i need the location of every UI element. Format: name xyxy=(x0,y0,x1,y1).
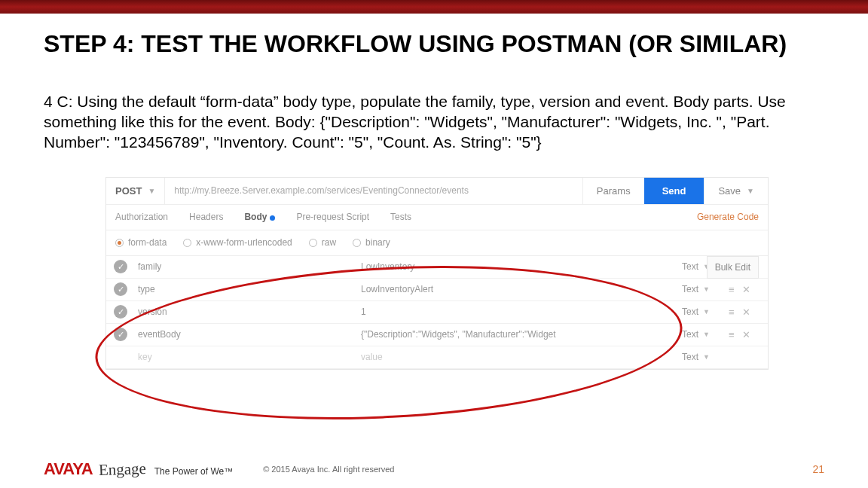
key-cell[interactable]: key xyxy=(135,352,361,362)
bulk-edit-button[interactable]: Bulk Edit xyxy=(707,256,759,279)
radio-label: x-www-form-urlencoded xyxy=(196,237,292,248)
radio-urlencoded[interactable]: x-www-form-urlencoded xyxy=(183,237,292,248)
drag-icon[interactable]: ≡ xyxy=(729,284,735,295)
send-button[interactable]: Send xyxy=(644,178,704,204)
table-row-empty: key value Text▼ xyxy=(106,346,768,369)
slide-content: STEP 4: TEST THE WORKFLOW USING POSTMAN … xyxy=(0,14,868,370)
chevron-down-icon: ▼ xyxy=(703,331,710,338)
request-bar: POST ▼ http://my.Breeze.Server.example.c… xyxy=(106,178,768,205)
key-cell[interactable]: version xyxy=(135,307,361,317)
header-bar xyxy=(0,0,868,14)
url-text: http://my.Breeze.Server.example.com/serv… xyxy=(174,185,469,196)
logos: AVAYA Engage The Power of We™ xyxy=(44,459,233,479)
key-cell[interactable]: type xyxy=(135,284,361,294)
chevron-down-icon: ▼ xyxy=(747,187,754,195)
copyright: © 2015 Avaya Inc. All right reserved xyxy=(263,465,394,474)
value-cell[interactable]: value xyxy=(361,352,682,362)
url-input[interactable]: http://my.Breeze.Server.example.com/serv… xyxy=(165,178,582,204)
type-selector[interactable]: Text▼ xyxy=(682,307,729,317)
value-cell[interactable]: {"Description":"Widgets", "Manufacturer"… xyxy=(361,329,682,340)
table-row: ✓ eventBody {"Description":"Widgets", "M… xyxy=(106,324,768,346)
params-button[interactable]: Params xyxy=(582,178,644,204)
check-icon[interactable]: ✓ xyxy=(114,305,127,319)
page-number: 21 xyxy=(812,463,824,475)
method-selector[interactable]: POST ▼ xyxy=(106,178,165,204)
radio-form-data[interactable]: form-data xyxy=(115,237,167,248)
tab-body-label: Body xyxy=(244,212,267,222)
type-selector[interactable]: Text▼ xyxy=(682,352,729,362)
form-data-grid: ✓ family LowInventory Text▼ ≡✕ Bulk Edit… xyxy=(106,256,768,369)
radio-icon xyxy=(309,239,317,247)
send-label: Send xyxy=(662,185,686,197)
close-icon[interactable]: ✕ xyxy=(742,329,750,340)
radio-label: raw xyxy=(322,237,336,248)
type-label: Text xyxy=(682,352,698,362)
params-label: Params xyxy=(597,185,631,197)
row-actions: ≡✕ xyxy=(729,284,762,295)
chevron-down-icon: ▼ xyxy=(703,308,710,316)
slide-title: STEP 4: TEST THE WORKFLOW USING POSTMAN … xyxy=(44,30,830,58)
tab-headers[interactable]: Headers xyxy=(189,212,223,222)
close-icon[interactable]: ✕ xyxy=(742,307,750,318)
request-tabs: Authorization Headers Body Pre-request S… xyxy=(106,205,768,230)
drag-icon[interactable]: ≡ xyxy=(729,329,735,340)
radio-label: binary xyxy=(365,237,390,248)
check-icon[interactable]: ✓ xyxy=(114,282,127,296)
check-placeholder xyxy=(114,350,127,364)
radio-raw[interactable]: raw xyxy=(309,237,336,248)
check-icon[interactable]: ✓ xyxy=(114,328,127,341)
radio-icon xyxy=(115,239,124,247)
chevron-down-icon: ▼ xyxy=(703,353,710,361)
table-row: ✓ family LowInventory Text▼ ≡✕ Bulk Edit xyxy=(106,256,768,279)
method-label: POST xyxy=(115,185,142,197)
footer: AVAYA Engage The Power of We™ © 2015 Ava… xyxy=(0,459,868,479)
radio-icon xyxy=(183,239,191,247)
row-actions: ≡✕ xyxy=(729,329,762,340)
type-selector[interactable]: Text▼ xyxy=(682,329,729,340)
type-label: Text xyxy=(682,307,698,317)
value-cell[interactable]: LowInventoryAlert xyxy=(361,284,682,294)
save-button[interactable]: Save ▼ xyxy=(704,178,768,204)
radio-icon xyxy=(353,239,361,247)
row-actions: ≡✕ xyxy=(729,307,762,318)
close-icon[interactable]: ✕ xyxy=(742,284,750,295)
key-cell[interactable]: eventBody xyxy=(135,329,361,340)
slide-instruction: 4 C: Using the default “form-data” body … xyxy=(44,91,830,153)
value-cell[interactable]: LowInventory xyxy=(361,261,682,272)
drag-icon[interactable]: ≡ xyxy=(729,307,735,318)
tab-body[interactable]: Body xyxy=(244,212,275,222)
table-row: ✓ version 1 Text▼ ≡✕ xyxy=(106,301,768,324)
chevron-down-icon: ▼ xyxy=(703,285,710,293)
type-label: Text xyxy=(682,261,698,272)
table-row: ✓ type LowInventoryAlert Text▼ ≡✕ xyxy=(106,279,768,301)
value-cell[interactable]: 1 xyxy=(361,307,682,317)
radio-label: form-data xyxy=(128,237,167,248)
engage-logo: Engage xyxy=(98,459,146,480)
avaya-logo: AVAYA xyxy=(44,459,93,479)
radio-binary[interactable]: binary xyxy=(353,237,390,248)
check-icon[interactable]: ✓ xyxy=(114,260,127,273)
type-selector[interactable]: Text▼ xyxy=(682,284,729,294)
chevron-down-icon: ▼ xyxy=(148,187,155,195)
tab-prerequest[interactable]: Pre-request Script xyxy=(296,212,369,222)
active-dot-icon xyxy=(270,215,275,221)
key-cell[interactable]: family xyxy=(135,261,361,272)
generate-code-link[interactable]: Generate Code xyxy=(697,212,759,222)
body-type-selector: form-data x-www-form-urlencoded raw bina… xyxy=(106,230,768,256)
postman-screenshot: POST ▼ http://my.Breeze.Server.example.c… xyxy=(105,177,769,370)
power-tagline: The Power of We™ xyxy=(154,466,233,477)
tab-authorization[interactable]: Authorization xyxy=(115,212,168,222)
type-label: Text xyxy=(682,329,698,340)
type-label: Text xyxy=(682,284,698,294)
tab-tests[interactable]: Tests xyxy=(390,212,411,222)
save-label: Save xyxy=(718,185,741,197)
